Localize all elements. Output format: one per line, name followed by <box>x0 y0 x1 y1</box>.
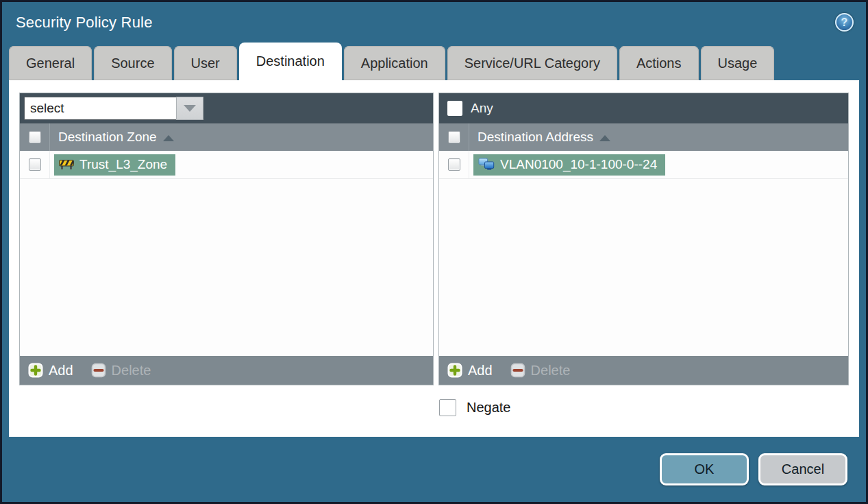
zone-select-dropdown-button[interactable] <box>176 97 203 120</box>
zone-item-trust-l3-zone[interactable]: Trust_L3_Zone <box>54 154 175 176</box>
any-label: Any <box>471 101 493 116</box>
negate-checkbox[interactable] <box>439 399 456 416</box>
address-item-vlan0100[interactable]: VLAN0100_10-1-100-0--24 <box>473 154 665 176</box>
zone-select-combobox <box>24 97 203 120</box>
security-policy-rule-dialog: Security Policy Rule ? General Source Us… <box>0 0 868 504</box>
negate-row[interactable]: Negate <box>439 399 849 416</box>
any-checkbox-row[interactable]: Any <box>443 101 493 116</box>
tab-application[interactable]: Application <box>344 46 445 80</box>
address-panel-toolbar: Any <box>439 93 848 123</box>
cancel-button[interactable]: Cancel <box>758 453 847 485</box>
negate-label: Negate <box>467 400 511 416</box>
tab-service-url-category[interactable]: Service/URL Category <box>447 46 617 80</box>
address-item-label: VLAN0100_10-1-100-0--24 <box>500 157 657 172</box>
tab-actions[interactable]: Actions <box>619 46 699 80</box>
help-icon[interactable]: ? <box>835 13 854 32</box>
address-icon <box>478 158 495 171</box>
zone-select-all-checkbox[interactable] <box>29 131 41 143</box>
destination-address-panel: Any Destination Address <box>438 93 849 385</box>
tab-usage[interactable]: Usage <box>701 46 775 80</box>
zone-row-checkbox-cell <box>20 151 50 178</box>
dialog-title: Security Policy Rule <box>16 14 153 32</box>
address-table-header: Destination Address <box>439 123 848 151</box>
address-table-body: VLAN0100_10-1-100-0--24 <box>439 151 848 356</box>
zone-table-body: Trust_L3_Zone <box>20 151 433 356</box>
address-add-button[interactable]: Add <box>447 363 493 379</box>
sort-ascending-icon <box>163 135 174 141</box>
zone-panel-footer: Add Delete <box>20 356 433 385</box>
ok-button[interactable]: OK <box>660 453 749 485</box>
address-column-header[interactable]: Destination Address <box>469 130 610 145</box>
zone-add-button[interactable]: Add <box>28 363 73 379</box>
dialog-titlebar: Security Policy Rule ? <box>2 2 866 43</box>
address-add-label: Add <box>468 363 493 379</box>
sort-ascending-icon <box>599 135 610 141</box>
zone-select-input[interactable] <box>24 97 176 120</box>
zone-add-label: Add <box>49 363 73 379</box>
zone-icon <box>59 158 74 170</box>
address-header-checkbox-cell <box>439 123 469 151</box>
delete-icon <box>91 363 106 378</box>
tab-destination[interactable]: Destination <box>239 43 342 80</box>
delete-icon <box>510 363 525 378</box>
zone-row-checkbox[interactable] <box>29 158 41 171</box>
table-row: Trust_L3_Zone <box>20 151 433 179</box>
zone-table-header: Destination Zone <box>20 123 433 151</box>
address-column-header-label: Destination Address <box>478 130 593 145</box>
address-panel-footer: Add Delete <box>439 356 848 385</box>
add-icon <box>447 363 462 378</box>
zone-column-header[interactable]: Destination Zone <box>50 130 174 145</box>
zone-header-checkbox-cell <box>20 123 50 151</box>
tab-bar: General Source User Destination Applicat… <box>2 43 866 80</box>
add-icon <box>28 363 43 378</box>
chevron-down-icon <box>184 105 196 112</box>
tab-general[interactable]: General <box>9 46 92 80</box>
panels-container: Destination Zone <box>19 93 849 385</box>
address-select-all-checkbox[interactable] <box>448 131 460 143</box>
table-row: VLAN0100_10-1-100-0--24 <box>439 151 848 179</box>
tab-source[interactable]: Source <box>94 46 171 80</box>
any-checkbox[interactable] <box>447 101 462 116</box>
dialog-footer: OK Cancel <box>2 437 866 502</box>
destination-zone-panel: Destination Zone <box>19 93 434 385</box>
zone-item-label: Trust_L3_Zone <box>79 157 167 172</box>
zone-panel-toolbar <box>20 93 433 123</box>
address-delete-button[interactable]: Delete <box>510 363 571 379</box>
tab-user[interactable]: User <box>174 46 237 80</box>
address-row-checkbox-cell <box>439 151 469 178</box>
tab-content-destination: Destination Zone <box>9 80 859 437</box>
zone-column-header-label: Destination Zone <box>58 130 157 145</box>
address-row-checkbox[interactable] <box>448 158 460 171</box>
address-delete-label: Delete <box>531 363 571 379</box>
zone-delete-button[interactable]: Delete <box>91 363 151 379</box>
zone-delete-label: Delete <box>112 363 151 379</box>
